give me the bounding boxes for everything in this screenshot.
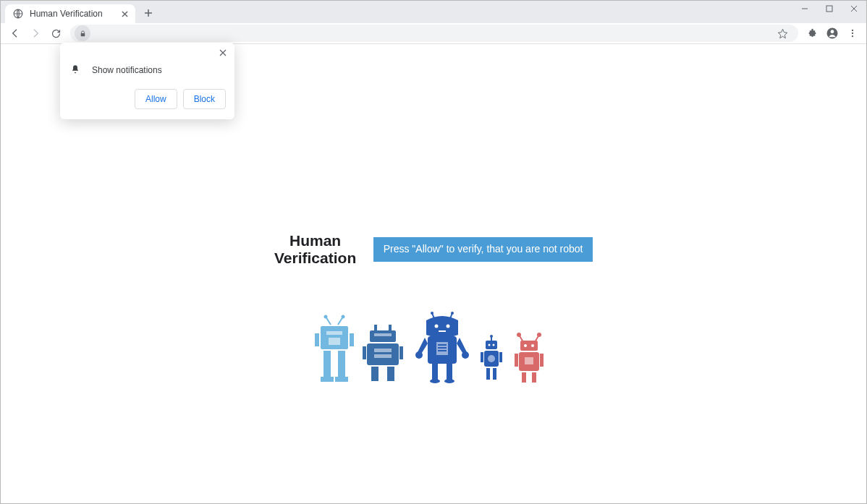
bookmark-button[interactable] [772,23,792,43]
svg-rect-67 [532,372,536,383]
svg-rect-1 [826,6,832,12]
svg-rect-47 [491,336,492,341]
svg-rect-15 [323,351,331,380]
svg-rect-38 [438,347,447,349]
tabs-area: Human Verification [1,1,158,23]
allow-button[interactable]: Allow [135,89,177,109]
verification-row: Human Verification Press "Allow" to veri… [274,232,593,267]
kebab-icon [847,28,858,38]
svg-rect-2 [80,33,85,36]
browser-window: Human Verification [0,0,867,504]
svg-point-52 [488,355,495,362]
close-tab-icon[interactable] [119,9,130,19]
svg-point-61 [531,344,534,347]
star-icon [777,28,788,39]
svg-point-7 [852,35,853,37]
minimize-button[interactable] [792,1,817,17]
svg-rect-42 [432,364,438,381]
svg-rect-28 [371,367,378,381]
svg-rect-25 [374,354,392,358]
svg-rect-14 [350,333,354,346]
close-icon [219,49,227,56]
svg-rect-34 [439,330,446,332]
svg-rect-66 [522,372,526,383]
svg-point-6 [852,33,853,34]
toolbar [1,23,866,44]
lock-icon [79,30,87,38]
svg-rect-63 [525,357,533,364]
svg-rect-27 [399,346,403,359]
svg-rect-53 [481,352,483,362]
tab-active[interactable]: Human Verification [5,4,135,23]
popup-body: Show notifications [69,64,226,76]
svg-point-49 [489,344,491,346]
globe-icon [12,8,24,20]
extensions-button[interactable] [803,23,821,43]
svg-rect-39 [438,350,447,351]
address-bar[interactable] [70,25,798,42]
popup-close-button[interactable] [217,47,229,59]
close-window-button[interactable] [842,1,866,17]
svg-rect-54 [499,352,502,362]
maximize-button[interactable] [817,1,842,17]
cta-banner: Press "Allow" to verify, that you are no… [373,237,593,262]
forward-button[interactable] [25,23,46,43]
svg-point-45 [444,379,454,383]
svg-rect-48 [486,341,497,349]
svg-rect-18 [335,377,348,382]
popup-message: Show notifications [92,65,162,75]
svg-rect-29 [387,367,394,381]
svg-rect-12 [329,338,340,345]
svg-point-44 [430,379,440,383]
svg-rect-56 [493,368,496,380]
new-tab-button[interactable] [138,3,158,23]
notification-permission-popup: Show notifications Allow Block [60,43,234,119]
puzzle-icon [807,28,818,39]
tab-title: Human Verification [30,9,119,19]
svg-rect-11 [326,331,342,335]
popup-actions: Allow Block [69,89,226,109]
svg-point-41 [462,351,469,359]
svg-point-40 [415,351,423,359]
reload-button[interactable] [46,23,66,43]
svg-point-4 [831,30,834,33]
svg-rect-43 [447,364,452,381]
svg-point-60 [524,344,527,347]
heading-line2: Verification [274,249,356,267]
page-heading: Human Verification [274,232,356,267]
profile-button[interactable] [823,23,842,43]
svg-rect-26 [363,346,366,359]
toolbar-rhs [803,23,862,43]
tab-strip: Human Verification [1,1,866,23]
svg-rect-55 [486,368,490,380]
svg-rect-24 [374,349,392,352]
svg-rect-20 [389,325,392,330]
svg-rect-59 [520,341,538,351]
window-controls [792,1,866,23]
svg-rect-37 [438,344,447,346]
robots-illustration [310,312,557,391]
svg-rect-13 [315,333,319,346]
site-info-button[interactable] [75,25,90,41]
back-button[interactable] [5,23,25,43]
bell-icon [70,64,82,76]
svg-point-5 [852,30,853,31]
svg-point-33 [447,325,450,328]
menu-button[interactable] [843,23,862,43]
svg-rect-19 [374,325,377,330]
svg-rect-64 [515,354,518,367]
svg-rect-16 [338,351,345,380]
svg-point-50 [493,344,495,346]
svg-rect-17 [321,377,334,382]
svg-rect-22 [374,333,392,336]
svg-rect-65 [540,354,544,367]
svg-point-32 [435,325,439,328]
heading-line1: Human [274,232,356,249]
block-button[interactable]: Block [183,89,226,109]
person-circle-icon [826,27,839,40]
